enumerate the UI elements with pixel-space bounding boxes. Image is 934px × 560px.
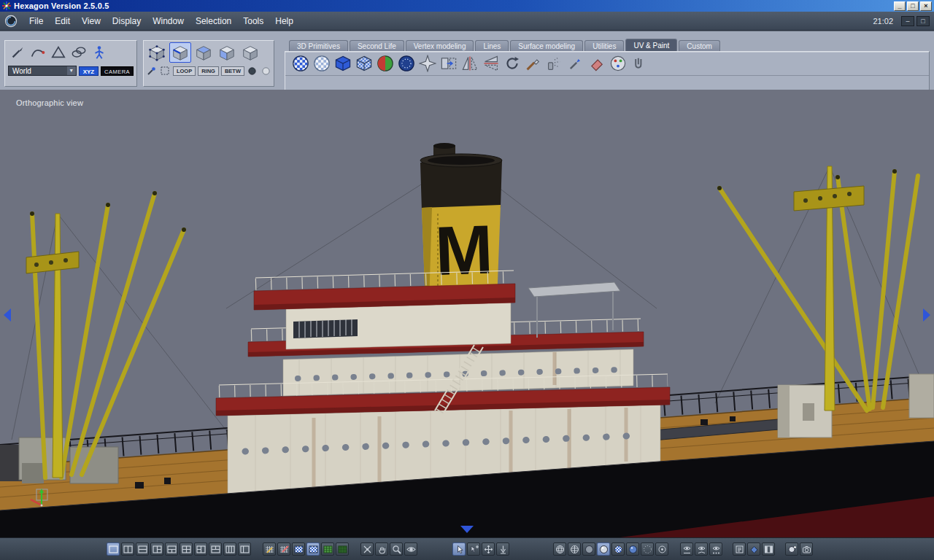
grow-selection-icon[interactable] — [247, 65, 258, 77]
rotate-uv-icon[interactable] — [503, 54, 522, 73]
viewport-3d-scene[interactable]: M — [0, 90, 934, 537]
palette-icon[interactable] — [609, 54, 628, 73]
tab-surface-modeling[interactable]: Surface modeling — [510, 40, 583, 51]
layout-two-vertical-icon[interactable] — [121, 542, 134, 556]
menu-view[interactable]: View — [76, 14, 107, 28]
render-preview-icon[interactable] — [785, 542, 798, 556]
airbrush-icon[interactable] — [545, 54, 564, 73]
layout-two-horizontal-icon[interactable] — [136, 542, 149, 556]
menu-file[interactable]: File — [23, 14, 49, 28]
zoom-view-icon[interactable] — [390, 542, 403, 556]
tab-lines[interactable]: Lines — [475, 40, 509, 51]
tab-utilities[interactable]: Utilities — [584, 40, 624, 51]
menu-selection[interactable]: Selection — [190, 14, 237, 28]
unfold-uv-icon[interactable] — [439, 54, 458, 73]
camera-icon[interactable] — [800, 542, 813, 556]
shading-textured-icon[interactable] — [611, 542, 625, 556]
shading-hidden-line-icon[interactable] — [568, 542, 581, 556]
shading-smooth-icon[interactable] — [597, 542, 610, 556]
close-button[interactable]: × — [920, 1, 932, 11]
minimize-button[interactable]: _ — [894, 1, 906, 11]
layout-three-left-icon[interactable] — [150, 542, 163, 556]
shading-material-icon[interactable] — [626, 542, 639, 556]
drop-tool-icon[interactable] — [496, 542, 509, 556]
grid-green-icon[interactable] — [321, 542, 334, 556]
object-mode-icon[interactable] — [239, 42, 261, 63]
menu-display[interactable]: Display — [107, 14, 147, 28]
uv-checker-icon[interactable] — [292, 542, 305, 556]
spheres-tool-icon[interactable] — [69, 43, 88, 62]
visibility-eye-icon[interactable] — [404, 542, 417, 556]
shading-flat-icon[interactable] — [582, 542, 595, 556]
menu-edit[interactable]: Edit — [49, 14, 76, 28]
layout-four-view-icon[interactable] — [180, 542, 193, 556]
eraser-icon[interactable] — [587, 54, 606, 73]
menu-tools[interactable]: Tools — [237, 14, 269, 28]
workspace-minimize-button[interactable]: – — [901, 16, 914, 26]
shading-points-icon[interactable] — [641, 542, 654, 556]
layout-sidebar-left-icon[interactable] — [238, 542, 251, 556]
menu-window[interactable]: Window — [147, 14, 190, 28]
viewport-scroll-down-arrow[interactable] — [460, 526, 474, 533]
uv-cube-solid-icon[interactable] — [333, 54, 352, 73]
uv-cube-checker-icon[interactable] — [355, 54, 374, 73]
mirror-vertical-icon[interactable] — [482, 54, 501, 73]
camera-toggle-button[interactable]: CAMERA — [101, 66, 134, 76]
paint-brush-icon[interactable] — [524, 54, 543, 73]
soft-select-brush-icon[interactable] — [146, 65, 157, 77]
figure-tool-icon[interactable] — [90, 43, 109, 62]
layout-three-top-icon[interactable] — [165, 542, 178, 556]
menu-help[interactable]: Help — [269, 14, 299, 28]
show-points-eye-icon[interactable] — [709, 542, 722, 556]
area-select-icon[interactable] — [159, 65, 170, 77]
pen-tool-icon[interactable] — [8, 43, 27, 62]
face-mode-icon[interactable] — [193, 42, 215, 63]
workspace-maximize-button[interactable]: □ — [916, 16, 930, 26]
layout-three-columns-icon[interactable] — [223, 542, 236, 556]
tab-uv-paint[interactable]: UV & Paint — [625, 39, 677, 51]
fit-view-icon[interactable] — [360, 542, 374, 556]
columns-panel-icon[interactable] — [762, 542, 775, 556]
mirror-horizontal-icon[interactable] — [460, 54, 479, 73]
select-add-icon[interactable] — [467, 542, 480, 556]
xyz-toggle-button[interactable]: XYZ — [79, 66, 99, 76]
uv-checker-alt-icon[interactable] — [306, 542, 320, 556]
viewport-scroll-right-arrow[interactable] — [923, 308, 930, 322]
edge-mode-icon[interactable] — [169, 42, 191, 63]
material-sphere-icon[interactable] — [376, 54, 395, 73]
uv-hand-icon[interactable] — [630, 54, 649, 73]
select-cursor-icon[interactable] — [452, 542, 466, 556]
vertex-mode-icon[interactable] — [146, 42, 168, 63]
uv-sphere-dark-icon[interactable] — [397, 54, 416, 73]
layout-single-view-icon[interactable] — [107, 542, 120, 556]
ring-button[interactable]: RING — [198, 66, 219, 76]
maximize-button[interactable]: □ — [907, 1, 919, 11]
tab-custom[interactable]: Custom — [679, 40, 719, 51]
uv-sphere-light-icon[interactable] — [312, 54, 331, 73]
show-curves-eye-icon[interactable] — [695, 542, 708, 556]
chevron-down-icon[interactable]: ▼ — [67, 66, 76, 75]
curve-tool-icon[interactable] — [28, 43, 47, 62]
shading-centers-icon[interactable] — [655, 542, 668, 556]
loop-mode-icon[interactable] — [216, 42, 238, 63]
layout-three-bottom-icon[interactable] — [209, 542, 222, 556]
paint-face-icon[interactable] — [747, 542, 760, 556]
viewport-scroll-left-arrow[interactable] — [4, 308, 11, 322]
world-axis-select[interactable]: World ▼ — [8, 66, 77, 76]
uv-sphere-checker-icon[interactable] — [291, 54, 310, 73]
shading-wireframe-icon[interactable] — [553, 542, 566, 556]
tab-second-life[interactable]: Second Life — [350, 40, 404, 51]
eyedropper-icon[interactable] — [566, 54, 585, 73]
layout-three-right-icon[interactable] — [194, 542, 207, 556]
tab-3d-primitives[interactable]: 3D Primitives — [289, 40, 348, 51]
grid-brush-icon[interactable] — [277, 542, 290, 556]
pelt-star-icon[interactable] — [418, 54, 437, 73]
cone-tool-icon[interactable] — [49, 43, 68, 62]
loop-button[interactable]: LOOP — [173, 66, 196, 76]
show-mesh-eye-icon[interactable] — [680, 542, 693, 556]
pan-hand-icon[interactable] — [375, 542, 388, 556]
grid-green-dense-icon[interactable] — [336, 542, 349, 556]
tab-vertex-modeling[interactable]: Vertex modeling — [406, 40, 474, 51]
hexagon-logo-icon[interactable] — [4, 15, 18, 28]
between-button[interactable]: BETW — [221, 66, 244, 76]
